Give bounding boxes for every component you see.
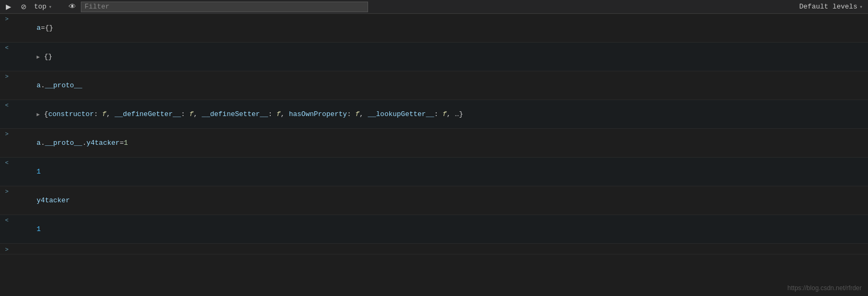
levels-arrow: ▾ <box>859 4 863 10</box>
url-watermark: https://blog.csdn.net/rfrder <box>788 284 862 292</box>
prompt-gutter: > <box>0 245 10 253</box>
console-row-5: > a.__proto__.y4tacker=1 <box>0 129 868 158</box>
input-indicator-7: > <box>5 188 9 195</box>
levels-button[interactable]: Default levels ▾ <box>796 2 866 12</box>
gutter-4: < <box>0 101 10 109</box>
output-indicator-4: < <box>5 102 9 109</box>
row-content-8: 1 <box>10 216 868 242</box>
context-label: top <box>34 3 46 11</box>
row-content-6: 1 <box>10 159 868 185</box>
prompt-row: > <box>0 244 868 254</box>
console-row-3: > a.__proto__ <box>0 71 868 100</box>
input-indicator-1: > <box>5 16 9 22</box>
output-indicator-8: < <box>5 217 9 224</box>
row-content-7: y4tacker <box>10 187 868 213</box>
console-toolbar: ▶ ⊘ top ▾ 👁 Default levels ▾ <box>0 0 868 14</box>
row-content-1: a={} <box>10 15 868 41</box>
levels-label: Default levels <box>799 3 857 11</box>
row-content-2: {} <box>10 44 868 70</box>
input-indicator-5: > <box>5 131 9 137</box>
console-row-8: < 1 <box>0 215 868 244</box>
console-output: > a={} < {} > a.__proto__ < {constructor… <box>0 14 868 254</box>
console-row-2[interactable]: < {} <box>0 43 868 71</box>
gutter-7: > <box>0 187 10 195</box>
row-content-4: {constructor: f, __defineGetter__: f, __… <box>10 101 868 127</box>
context-selector[interactable]: top ▾ <box>32 2 64 12</box>
row-content-5: a.__proto__.y4tacker=1 <box>10 130 868 156</box>
console-prompt-input[interactable] <box>10 245 868 253</box>
expand-arrow-4[interactable] <box>37 111 43 118</box>
console-row-1: > a={} <box>0 14 868 43</box>
expand-arrow-2[interactable] <box>37 54 43 60</box>
output-indicator-6: < <box>5 160 9 166</box>
context-arrow: ▾ <box>48 4 52 10</box>
gutter-5: > <box>0 130 10 137</box>
filter-input[interactable] <box>81 2 368 12</box>
eye-button[interactable]: 👁 <box>66 2 79 12</box>
gutter-2: < <box>0 44 10 51</box>
gutter-1: > <box>0 15 10 22</box>
row-content-3: a.__proto__ <box>10 72 868 98</box>
url-watermark-text: https://blog.csdn.net/rfrder <box>788 284 862 292</box>
console-row-6: < 1 <box>0 158 868 186</box>
prompt-indicator: > <box>5 246 9 253</box>
console-row-4[interactable]: < {constructor: f, __defineGetter__: f, … <box>0 100 868 129</box>
stop-button[interactable]: ⊘ <box>17 2 30 12</box>
play-button[interactable]: ▶ <box>2 2 15 12</box>
console-row-7: > y4tacker <box>0 186 868 215</box>
gutter-8: < <box>0 216 10 224</box>
output-indicator-2: < <box>5 45 9 51</box>
gutter-3: > <box>0 72 10 80</box>
input-indicator-3: > <box>5 73 9 80</box>
gutter-6: < <box>0 159 10 166</box>
